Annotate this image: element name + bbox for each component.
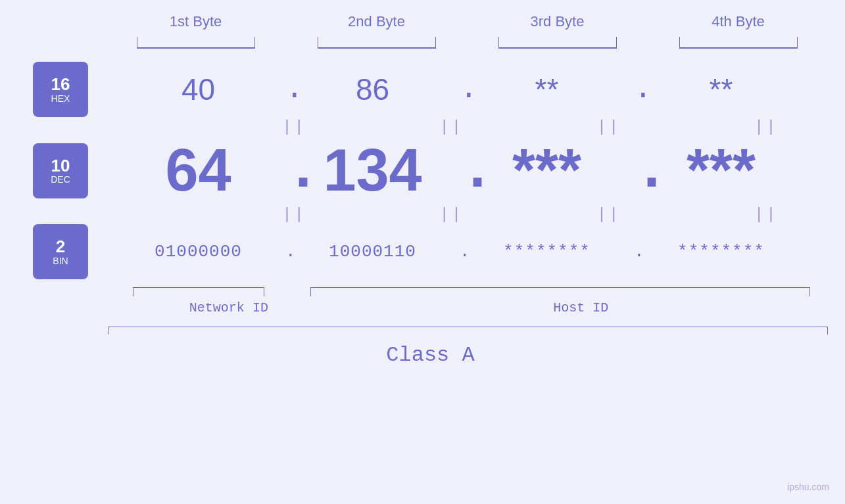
hex-byte3: ** <box>456 72 637 107</box>
eq1-b3: || <box>531 118 688 136</box>
eq2-b4: || <box>688 206 845 223</box>
byte1-header: 1st Byte <box>105 13 286 30</box>
eq2-b2: || <box>373 206 530 223</box>
equals-row-2: || || || || <box>141 204 845 224</box>
byte4-header: 4th Byte <box>648 13 829 30</box>
byte2-header: 2nd Byte <box>286 13 467 30</box>
bin-byte1: 01000000 <box>108 242 289 262</box>
bin-base-num: 2 <box>56 237 65 256</box>
hex-row: 16 HEX 40 . 86 . ** . ** <box>33 62 845 117</box>
bottom-brackets <box>108 287 845 296</box>
dec-row: 10 DEC 64 . 134 . *** . *** <box>33 137 845 204</box>
hex-byte4: ** <box>631 72 811 107</box>
bin-byte3: ******** <box>456 242 637 262</box>
dec-base-num: 10 <box>51 156 70 175</box>
host-id-label: Host ID <box>317 300 845 315</box>
watermark: ipshu.com <box>787 482 829 492</box>
bin-byte2: 10000110 <box>282 242 463 262</box>
byte3-header: 3rd Byte <box>467 13 648 30</box>
hex-badge: 16 HEX <box>33 62 88 117</box>
top-bracket-1 <box>105 37 286 49</box>
class-bracket-line <box>108 326 845 338</box>
class-a-label: Class A <box>33 343 828 367</box>
id-labels: Network ID Host ID <box>141 300 845 315</box>
eq2-b3: || <box>531 206 688 223</box>
top-bracket-2 <box>286 37 467 49</box>
bin-base-label: BIN <box>53 256 68 266</box>
dec-byte3: *** <box>456 137 637 204</box>
eq1-b2: || <box>373 118 530 136</box>
dec-base-label: DEC <box>51 175 70 185</box>
bin-row: 2 BIN 01000000 . 10000110 . ******** . *… <box>33 224 845 279</box>
top-bracket-3 <box>467 37 648 49</box>
hex-base-label: HEX <box>51 94 70 104</box>
eq1-b4: || <box>688 118 845 136</box>
bin-byte4: ******** <box>631 242 811 262</box>
hex-byte2: 86 <box>282 72 463 107</box>
network-id-label: Network ID <box>141 300 317 315</box>
hex-base-num: 16 <box>51 75 70 94</box>
dec-byte1: 64 <box>108 137 289 204</box>
dec-byte4: *** <box>631 137 811 204</box>
bottom-bracket-host <box>289 287 831 296</box>
dec-byte2: 134 <box>282 137 463 204</box>
bin-badge: 2 BIN <box>33 224 88 279</box>
eq1-b1: || <box>216 118 373 136</box>
hex-byte1: 40 <box>108 72 289 107</box>
equals-row-1: || || || || <box>141 117 845 137</box>
top-bracket-4 <box>648 37 829 49</box>
bottom-bracket-network <box>108 287 289 296</box>
eq2-b1: || <box>216 206 373 223</box>
dec-badge: 10 DEC <box>33 143 88 198</box>
